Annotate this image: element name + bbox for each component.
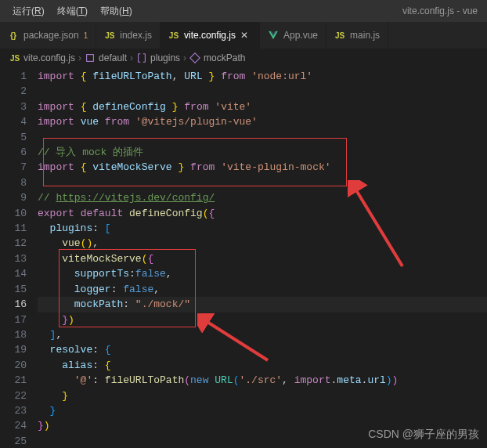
menu-help[interactable]: 帮助(H) [94, 2, 139, 21]
menubar: 运行(R) 终端(T) 帮助(H) vite.config.js - vue [0, 0, 487, 22]
method-icon [189, 52, 200, 63]
tab-index-js[interactable]: JS index.js [96, 22, 161, 49]
code-line[interactable]: '@': fileURLToPath(new URL('./src', impo… [38, 373, 487, 388]
menu-terminal[interactable]: 终端(T) [51, 2, 94, 21]
svg-rect-1 [190, 53, 200, 63]
code-line[interactable]: // 导入 mock 的插件 [38, 145, 487, 160]
code-line[interactable]: }) [38, 313, 487, 327]
code-line[interactable] [38, 130, 487, 145]
symbol-icon [85, 52, 96, 63]
tab-package-json[interactable]: {} package.json 1 [0, 22, 96, 49]
code-line[interactable]: } [38, 403, 487, 418]
code-line[interactable]: supportTs:false, [38, 266, 487, 281]
breadcrumb-item[interactable]: mockPath [204, 52, 245, 63]
js-icon: JS [104, 30, 115, 41]
code-line[interactable]: vue(), [38, 236, 487, 251]
code-line[interactable]: viteMockServe({ [38, 251, 487, 266]
tab-label: App.vue [283, 30, 318, 41]
tab-label: main.js [350, 30, 380, 41]
code-line[interactable] [38, 175, 487, 190]
code-line[interactable]: ], [38, 327, 487, 342]
menu-run[interactable]: 运行(R) [6, 2, 51, 21]
watermark: CSDN @狮子座的男孩 [368, 428, 479, 442]
code-line[interactable]: import vue from '@vitejs/plugin-vue' [38, 114, 487, 129]
editor[interactable]: 1234567891011121314151617181920212223242… [0, 67, 487, 448]
code-line[interactable]: resolve: { [38, 342, 487, 357]
breadcrumb-item[interactable]: plugins [150, 52, 180, 63]
code-line[interactable]: plugins: [ [38, 221, 487, 236]
line-number-gutter: 1234567891011121314151617181920212223242… [0, 67, 38, 448]
window-title: vite.config.js - vue [402, 5, 481, 16]
breadcrumb-item[interactable]: default [99, 52, 127, 63]
js-icon: JS [334, 30, 345, 41]
js-icon: JS [168, 30, 179, 41]
chevron-right-icon: › [78, 52, 81, 63]
code-line[interactable]: import { viteMockServe } from 'vite-plug… [38, 160, 487, 175]
code-line[interactable]: // https://vitejs.dev/config/ [38, 190, 487, 205]
tab-label: index.js [120, 30, 152, 41]
js-icon: JS [9, 52, 20, 63]
code-line[interactable]: import { defineConfig } from 'vite' [38, 99, 487, 114]
code-line[interactable]: alias: { [38, 358, 487, 373]
chevron-right-icon: › [183, 52, 186, 63]
code-line[interactable] [38, 84, 487, 99]
json-icon: {} [8, 30, 19, 41]
svg-rect-0 [87, 55, 94, 62]
breadcrumb[interactable]: JS vite.config.js › default › plugins › … [0, 49, 487, 67]
vue-icon [268, 30, 279, 41]
editor-tabs: {} package.json 1 JS index.js JS vite.co… [0, 22, 487, 49]
modified-indicator: 1 [84, 31, 88, 40]
tab-app-vue[interactable]: App.vue [260, 22, 326, 49]
chevron-right-icon: › [130, 52, 133, 63]
tab-main-js[interactable]: JS main.js [326, 22, 388, 49]
code-line[interactable]: import { fileURLToPath, URL } from 'node… [38, 69, 487, 84]
code-line[interactable]: export default defineConfig({ [38, 206, 487, 221]
code-line[interactable]: logger: false, [38, 282, 487, 297]
menubar-items: 运行(R) 终端(T) 帮助(H) [6, 2, 139, 21]
array-icon [136, 52, 147, 63]
code-line[interactable]: } [38, 388, 487, 403]
tab-label: vite.config.js [184, 30, 236, 41]
tab-label: package.json [23, 30, 79, 41]
breadcrumb-item[interactable]: vite.config.js [23, 52, 75, 63]
code-line[interactable]: mockPath: "./mock/" [38, 297, 487, 312]
code-area[interactable]: import { fileURLToPath, URL } from 'node… [38, 67, 487, 448]
close-icon[interactable]: ✕ [240, 30, 251, 41]
tab-vite-config-js[interactable]: JS vite.config.js ✕ [161, 22, 260, 49]
